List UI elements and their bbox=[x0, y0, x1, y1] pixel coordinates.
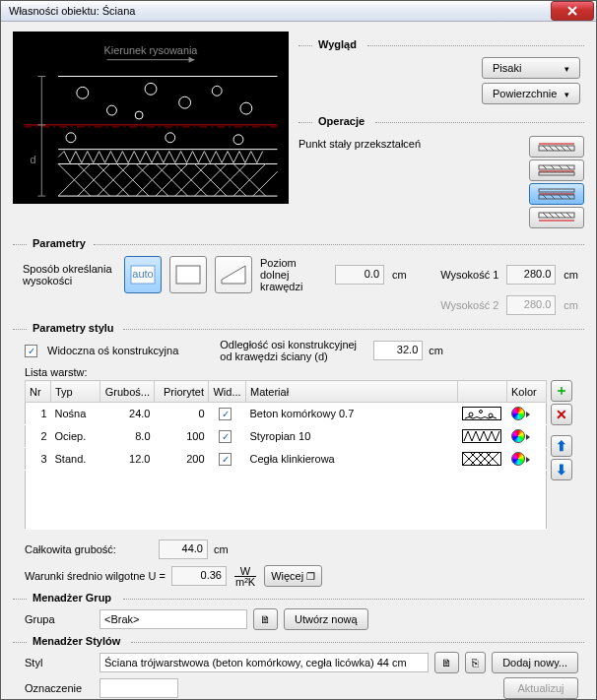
oznaczenie-field[interactable] bbox=[100, 678, 178, 698]
odleglosc-value[interactable]: 32.0 bbox=[373, 341, 423, 360]
col-priorytet[interactable]: Priorytet bbox=[155, 381, 209, 403]
svg-line-60 bbox=[551, 195, 555, 199]
window-title: Własności obiektu: Ściana bbox=[9, 5, 551, 17]
parametry-stylu-title: Parametry stylu bbox=[29, 322, 118, 334]
col-wid[interactable]: Wid... bbox=[209, 381, 246, 403]
svg-line-67 bbox=[561, 213, 565, 218]
add-layer-button[interactable]: ＋ bbox=[551, 380, 572, 402]
powierzchnie-dropdown[interactable]: Powierzchnie bbox=[482, 83, 580, 104]
sposob-label: Sposób określania wysokości bbox=[23, 263, 116, 286]
lista-warstw-label: Lista warstw: bbox=[25, 366, 88, 378]
svg-line-61 bbox=[559, 195, 563, 199]
svg-text:auto: auto bbox=[132, 268, 153, 280]
odleglosc-label: Odległość osi konstrukcyjnej od krawędzi… bbox=[220, 339, 367, 362]
preview-d-label: d bbox=[30, 154, 35, 165]
svg-line-59 bbox=[543, 195, 547, 199]
wys1-label: Wysokość 1 bbox=[440, 269, 498, 281]
svg-line-68 bbox=[566, 213, 571, 218]
svg-line-62 bbox=[566, 195, 570, 199]
warunki-label: Warunki średnio wilgotne U = bbox=[25, 570, 166, 582]
svg-line-65 bbox=[549, 213, 554, 218]
wiecej-button[interactable]: Więcej ❐ bbox=[264, 565, 322, 587]
svg-line-45 bbox=[549, 146, 554, 151]
color-picker-icon[interactable] bbox=[511, 429, 525, 443]
titlebar: Własności obiektu: Ściana bbox=[1, 1, 596, 22]
grupa-field[interactable] bbox=[100, 609, 247, 629]
document-icon: 🗎 bbox=[260, 613, 271, 625]
styl-copy-button[interactable]: ⎘ bbox=[465, 652, 486, 673]
poziom-label: Poziom dolnej krawędzi bbox=[260, 257, 327, 292]
oznaczenie-label: Oznaczenie bbox=[25, 682, 94, 694]
color-picker-icon[interactable] bbox=[511, 407, 525, 420]
col-nr[interactable]: Nr bbox=[26, 381, 51, 403]
svg-rect-51 bbox=[539, 172, 574, 175]
widoczna-os-checkbox[interactable] bbox=[25, 345, 37, 357]
menadzer-stylow-title: Menadżer Stylów bbox=[29, 635, 124, 647]
col-typ[interactable]: Typ bbox=[51, 381, 100, 403]
copy-icon: ⎘ bbox=[472, 657, 479, 668]
u-value: 0.36 bbox=[171, 566, 227, 586]
widoczna-os-label: Widoczna oś konstrukcyjna bbox=[47, 345, 178, 356]
move-up-button[interactable]: ⬆ bbox=[551, 435, 572, 457]
hatch-icon[interactable] bbox=[462, 452, 501, 466]
svg-line-52 bbox=[543, 165, 547, 169]
dodaj-nowy-button[interactable]: Dodaj nowy... bbox=[492, 652, 578, 673]
height-mode-auto[interactable]: auto bbox=[124, 256, 162, 293]
table-row[interactable]: 1 Nośna 24.0 0 Beton komórkowy 0.7 bbox=[26, 403, 547, 425]
transform-mode-2[interactable] bbox=[529, 159, 584, 181]
calkowita-value: 44.0 bbox=[159, 540, 208, 559]
transform-mode-3[interactable] bbox=[529, 183, 584, 205]
wys2-value: 280.0 bbox=[506, 295, 556, 315]
row1-visible-checkbox[interactable] bbox=[219, 408, 232, 420]
col-kolor[interactable]: Kolor bbox=[507, 381, 547, 403]
styl-label: Styl bbox=[25, 657, 94, 668]
svg-line-66 bbox=[555, 213, 560, 218]
popup-icon: ❐ bbox=[306, 571, 315, 582]
preview-canvas: Kierunek rysowania d bbox=[13, 32, 289, 204]
row3-visible-checkbox[interactable] bbox=[219, 453, 232, 466]
wys1-value[interactable]: 280.0 bbox=[506, 265, 556, 285]
height-mode-rect[interactable] bbox=[169, 256, 207, 293]
calkowita-label: Całkowita grubość: bbox=[25, 543, 153, 555]
col-material[interactable]: Materiał bbox=[246, 381, 458, 403]
styl-browse-button[interactable]: 🗎 bbox=[434, 652, 459, 673]
utworz-nowa-button[interactable]: Utwórz nową bbox=[284, 608, 368, 630]
transform-mode-1[interactable] bbox=[529, 136, 584, 158]
col-grubos[interactable]: Gruboś... bbox=[100, 381, 155, 403]
svg-rect-56 bbox=[539, 189, 574, 192]
chevron-down-icon bbox=[564, 62, 569, 74]
aktualizuj-button: Aktualizuj bbox=[503, 677, 578, 699]
wys2-label: Wysokość 2 bbox=[440, 299, 498, 311]
svg-line-55 bbox=[566, 165, 570, 169]
styl-field[interactable] bbox=[100, 653, 429, 672]
punkt-staly-label: Punkt stały przekształceń bbox=[298, 136, 446, 150]
remove-layer-button[interactable]: ✕ bbox=[551, 404, 572, 425]
table-row[interactable]: 3 Stand. 12.0 200 Cegła klinkierowa bbox=[26, 448, 547, 471]
row2-visible-checkbox[interactable] bbox=[219, 430, 232, 443]
color-picker-icon[interactable] bbox=[511, 452, 525, 466]
height-mode-slope[interactable] bbox=[215, 256, 252, 293]
svg-line-53 bbox=[551, 165, 555, 169]
hatch-icon[interactable] bbox=[462, 407, 501, 420]
menadzer-grup-title: Menadżer Grup bbox=[29, 592, 115, 604]
transform-mode-4[interactable] bbox=[529, 207, 584, 228]
table-row[interactable]: 2 Ociep. 8.0 100 Styropian 10 bbox=[26, 425, 547, 448]
svg-point-73 bbox=[469, 413, 473, 416]
close-button[interactable] bbox=[551, 1, 594, 21]
grupa-browse-button[interactable]: 🗎 bbox=[253, 608, 278, 630]
svg-point-74 bbox=[479, 411, 482, 414]
pisaki-dropdown[interactable]: Pisaki bbox=[482, 57, 580, 79]
document-icon: 🗎 bbox=[441, 657, 452, 668]
col-hatch[interactable] bbox=[458, 381, 507, 403]
svg-line-44 bbox=[543, 146, 548, 151]
svg-line-46 bbox=[555, 146, 560, 151]
svg-line-54 bbox=[559, 165, 563, 169]
close-icon bbox=[566, 5, 578, 17]
svg-rect-72 bbox=[176, 266, 200, 284]
layers-table[interactable]: Nr Typ Gruboś... Priorytet Wid... Materi… bbox=[25, 380, 547, 530]
svg-line-48 bbox=[566, 146, 571, 151]
hatch-icon[interactable] bbox=[462, 429, 501, 443]
poziom-value[interactable]: 0.0 bbox=[335, 265, 384, 285]
move-down-button[interactable]: ⬇ bbox=[551, 459, 572, 480]
svg-line-47 bbox=[561, 146, 565, 151]
